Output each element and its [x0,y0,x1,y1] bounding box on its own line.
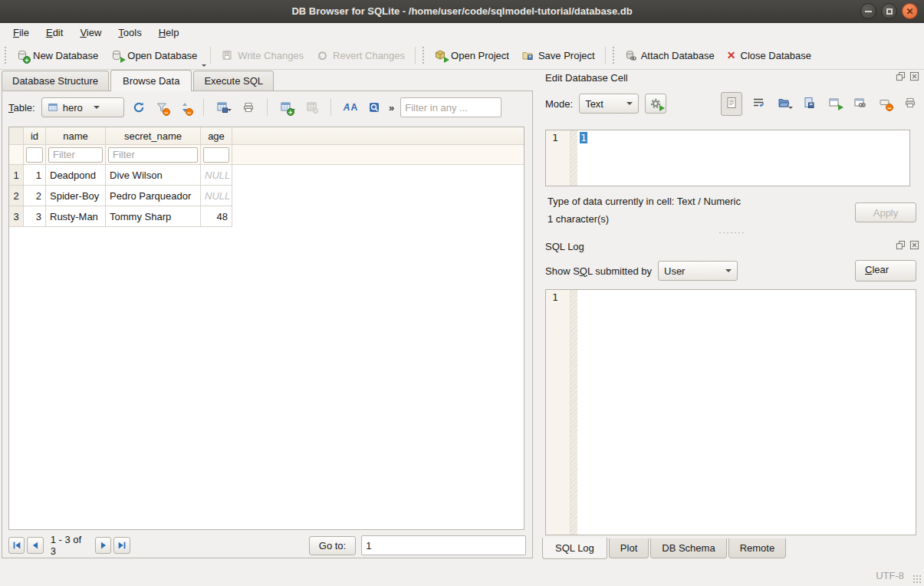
attach-database-button[interactable]: Attach Database [618,46,721,64]
column-header-secret-name[interactable]: secret_name [106,127,201,145]
print-table-button[interactable] [240,99,257,116]
cell-secret-name[interactable]: Dive Wilson [106,165,201,186]
delete-record-button[interactable] [304,99,321,116]
menu-edit[interactable]: Edit [39,25,70,40]
tab-database-structure[interactable]: Database Structure [2,71,109,91]
cell-age[interactable]: NULL [201,165,232,186]
dock-tab-sql-log[interactable]: SQL Log [542,538,607,559]
table-row[interactable]: 1 1 Deadpond Dive Wilson NULL [9,165,524,186]
maximize-button[interactable] [881,3,897,19]
font-icon: AA [344,101,357,114]
tab-execute-sql[interactable]: Execute SQL [193,71,274,91]
text-mode-button[interactable] [721,92,742,116]
refresh-icon [133,101,145,114]
filter-input-name[interactable] [48,147,103,163]
left-pane: Database Structure Browse Data Execute S… [0,70,537,563]
close-button[interactable]: ✕ [902,3,918,19]
dock-tab-plot[interactable]: Plot [609,538,649,558]
cell-age[interactable]: NULL [201,186,232,206]
sql-source-select[interactable]: User [658,261,738,281]
cell-id[interactable]: 2 [24,186,46,206]
sql-log-editor[interactable]: 1 [545,289,916,535]
cell-editor-text[interactable]: 1 [580,132,587,143]
cell-id[interactable]: 1 [24,165,46,186]
table-select[interactable]: hero [41,97,124,117]
mode-select[interactable]: Text [579,94,639,114]
cell-secret-name[interactable]: Tommy Sharp [106,206,201,227]
revert-changes-button[interactable]: Revert Changes [310,46,411,64]
close-dock-icon[interactable] [909,71,919,84]
export-to-app-button[interactable] [828,97,840,111]
open-database-button[interactable]: Open Database [104,46,203,64]
column-header-age[interactable]: age [201,127,232,145]
export-cell-data-button[interactable] [803,97,815,111]
next-page-button[interactable] [95,537,111,554]
menu-help[interactable]: Help [152,25,186,40]
cell-secret-name[interactable]: Pedro Parqueador [106,186,201,206]
open-database-dropdown-icon[interactable] [202,64,206,67]
save-project-button[interactable]: Save Project [515,46,601,64]
toolbar-overflow-chevron[interactable]: » [389,102,394,114]
resize-grip[interactable] [912,574,922,584]
clear-log-button[interactable]: Clear [855,260,916,281]
tab-browse-data[interactable]: Browse Data [110,70,192,91]
last-page-button[interactable] [113,537,130,554]
float-dock-icon[interactable] [896,71,906,84]
encoding-indicator[interactable]: UTF-8 [876,570,904,581]
column-header-name[interactable]: name [46,127,106,145]
filter-input-id[interactable] [26,147,43,163]
filter-input-age[interactable] [203,147,229,163]
column-header-id[interactable]: id [24,127,46,145]
goto-input[interactable] [361,535,526,555]
grid-corner[interactable] [9,127,24,145]
row-number: 2 [9,186,24,206]
print-cell-button[interactable] [904,97,916,111]
table-row[interactable]: 2 2 Spider-Boy Pedro Parqueador NULL [9,186,524,206]
cell-name[interactable]: Deadpond [46,165,106,186]
dock-tab-db-schema[interactable]: DB Schema [650,538,726,558]
insert-record-button[interactable] [278,99,298,116]
filter-any-input[interactable] [400,97,501,117]
write-changes-button[interactable]: Write Changes [215,46,310,64]
font-settings-button[interactable]: AA [341,99,360,116]
minimize-button[interactable] [860,3,876,19]
maximize-icon [886,8,893,15]
find-in-cells-button[interactable] [366,99,383,116]
clear-sorting-button[interactable] [176,99,193,116]
menu-tools[interactable]: Tools [111,25,148,40]
toolbar-drag-handle[interactable] [422,46,426,64]
goto-button[interactable]: Go to: [309,536,356,555]
toolbar-drag-handle[interactable] [4,46,8,64]
dock-tabbar: SQL Log Plot DB Schema Remote [542,538,788,561]
cell-age[interactable]: 48 [201,206,232,227]
right-pane: Edit Database Cell Mode: Text [539,70,924,563]
import-cell-data-button[interactable] [778,97,790,111]
cell-name[interactable]: Spider-Boy [46,186,106,206]
mode-select-value: Text [585,98,603,110]
save-table-button[interactable] [214,99,234,116]
cell-editor[interactable]: 1 1 [545,130,910,186]
word-wrap-button[interactable] [752,97,765,111]
dock-splitter-handle[interactable] [718,232,745,234]
set-null-button[interactable] [879,97,891,111]
auto-switch-mode-button[interactable] [645,94,666,114]
refresh-button[interactable] [130,99,147,116]
first-page-button[interactable] [8,537,25,554]
previous-page-button[interactable] [27,537,43,554]
close-dock-icon[interactable] [909,240,919,252]
filter-input-secret-name[interactable] [108,147,198,163]
apply-button[interactable]: Apply [855,202,916,222]
table-row[interactable]: 3 3 Rusty-Man Tommy Sharp 48 [9,206,524,227]
new-database-button[interactable]: New Database [10,46,104,64]
open-project-button[interactable]: Open Project [428,46,515,64]
toolbar-drag-handle[interactable] [612,46,616,64]
cell-id[interactable]: 3 [24,206,46,227]
menu-file[interactable]: File [6,25,36,40]
dock-tab-remote[interactable]: Remote [728,538,787,558]
float-dock-icon[interactable] [896,240,906,252]
clear-filters-button[interactable] [153,99,170,116]
cell-name[interactable]: Rusty-Man [46,206,106,227]
menu-view[interactable]: View [73,25,108,40]
open-url-button[interactable] [853,97,866,111]
close-database-button[interactable]: ✕ Close Database [721,47,817,64]
